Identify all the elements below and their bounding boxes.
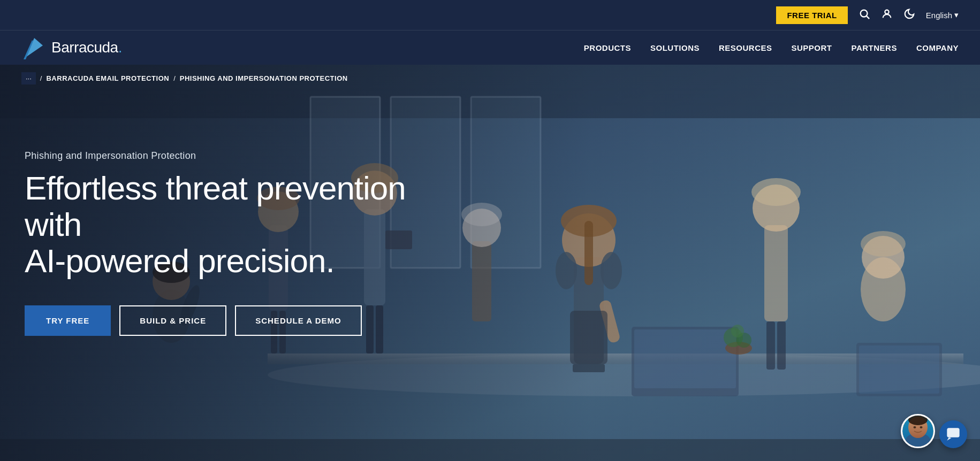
- search-button[interactable]: [859, 8, 870, 22]
- hero-title: Effortless threat prevention with AI-pow…: [25, 170, 442, 280]
- schedule-demo-button[interactable]: SCHEDULE A DEMO: [235, 305, 362, 336]
- breadcrumb-home-button[interactable]: ···: [21, 72, 36, 84]
- breadcrumb: ··· / BARRACUDA EMAIL PROTECTION / PHISH…: [0, 65, 980, 91]
- moon-button[interactable]: [903, 8, 915, 22]
- svg-point-60: [920, 426, 923, 428]
- chat-widget: [901, 414, 967, 448]
- svg-rect-61: [947, 428, 959, 437]
- hero-title-line1: Effortless threat prevention with: [25, 170, 406, 243]
- breadcrumb-sep-2: /: [173, 74, 176, 82]
- top-utility-bar: FREE TRIAL English ▾: [0, 0, 980, 30]
- chat-agent-avatar: [901, 414, 935, 448]
- nav-solutions[interactable]: SOLUTIONS: [650, 43, 700, 52]
- logo-dot: .: [118, 39, 123, 56]
- nav-support[interactable]: SUPPORT: [792, 43, 832, 52]
- build-price-button[interactable]: BUILD & PRICE: [119, 305, 226, 336]
- svg-line-1: [867, 16, 869, 19]
- hero-cta-buttons: TRY FREE BUILD & PRICE SCHEDULE A DEMO: [25, 305, 442, 336]
- breadcrumb-phishing[interactable]: PHISHING AND IMPERSONATION PROTECTION: [180, 74, 348, 82]
- nav-links: PRODUCTS SOLUTIONS RESOURCES SUPPORT PAR…: [584, 43, 959, 52]
- chevron-down-icon: ▾: [954, 10, 959, 20]
- hero-title-line2: AI-powered precision.: [25, 242, 335, 279]
- nav-company[interactable]: COMPANY: [916, 43, 959, 52]
- free-trial-button[interactable]: FREE TRIAL: [776, 6, 847, 24]
- logo-text: Barracuda: [51, 39, 118, 56]
- account-button[interactable]: [881, 8, 893, 22]
- search-icon: [859, 8, 870, 20]
- breadcrumb-sep-1: /: [40, 74, 42, 82]
- nav-products[interactable]: PRODUCTS: [584, 43, 631, 52]
- language-label: English: [926, 11, 952, 20]
- hero-content: Phishing and Impersonation Protection Ef…: [25, 150, 442, 336]
- nav-partners[interactable]: PARTNERS: [852, 43, 897, 52]
- main-navigation: Barracuda. PRODUCTS SOLUTIONS RESOURCES …: [0, 30, 980, 65]
- barracuda-logo-icon: [21, 34, 49, 62]
- nav-resources[interactable]: RESOURCES: [719, 43, 772, 52]
- account-icon: [881, 8, 893, 20]
- breadcrumb-email-protection[interactable]: BARRACUDA EMAIL PROTECTION: [46, 74, 169, 82]
- svg-point-59: [914, 426, 916, 428]
- hero-section: ··· / BARRACUDA EMAIL PROTECTION / PHISH…: [0, 65, 980, 461]
- chat-bubble-icon: [946, 427, 961, 442]
- moon-icon: [903, 8, 915, 20]
- svg-point-0: [860, 10, 867, 17]
- language-selector[interactable]: English ▾: [926, 10, 959, 20]
- chat-avatar-face: [902, 416, 933, 447]
- try-free-button[interactable]: TRY FREE: [25, 305, 111, 336]
- hero-subtitle: Phishing and Impersonation Protection: [25, 150, 442, 162]
- svg-point-2: [885, 10, 888, 13]
- chat-open-button[interactable]: [939, 420, 967, 448]
- logo[interactable]: Barracuda.: [21, 34, 122, 62]
